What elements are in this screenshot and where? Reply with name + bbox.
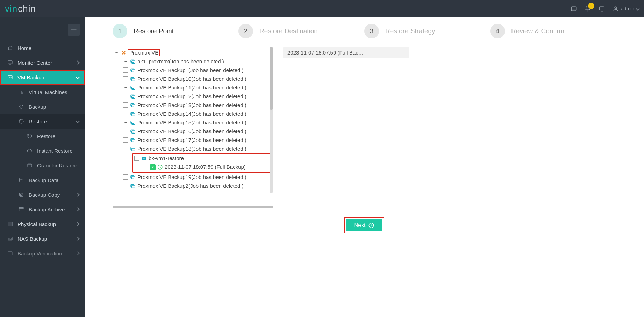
- svg-rect-30: [131, 69, 134, 71]
- next-button[interactable]: Next: [346, 219, 382, 231]
- tree-vm-node[interactable]: − vm bk-vm1-restore: [134, 154, 271, 163]
- expand-toggle[interactable]: +: [123, 120, 128, 125]
- job-icon: [130, 146, 136, 152]
- chevron-right-icon: [76, 193, 79, 196]
- topbar: vinchin 2 admin: [0, 0, 644, 17]
- verify-icon: [7, 250, 13, 257]
- step-review-confirm[interactable]: 4 Review & Confirm: [490, 24, 616, 38]
- expand-toggle[interactable]: +: [123, 67, 128, 73]
- chevron-right-icon: [76, 222, 79, 226]
- expand-toggle[interactable]: +: [123, 76, 128, 81]
- sidebar-sub-restore[interactable]: Restore: [0, 114, 85, 129]
- job-icon: [130, 111, 136, 117]
- restore-point-checkbox[interactable]: [150, 164, 156, 170]
- tree-job-node[interactable]: +Proxmox VE Backup11(Job has been delete…: [114, 83, 273, 92]
- expand-toggle[interactable]: +: [123, 129, 128, 134]
- svg-rect-19: [20, 194, 23, 196]
- svg-rect-49: [132, 148, 135, 151]
- chevron-down-icon: [76, 119, 79, 123]
- tree-job-node[interactable]: +Proxmox VE Backup16(Job has been delete…: [114, 127, 273, 136]
- clock-icon: [157, 164, 163, 170]
- job-icon: [130, 94, 136, 99]
- sidebar-item-vm-backup[interactable]: VM VM Backup: [0, 70, 85, 85]
- tree-job-node[interactable]: +bk1_proxmox(Job has been deleted ): [114, 57, 273, 66]
- svg-rect-34: [131, 86, 134, 88]
- sidebar-sub2-granular-restore[interactable]: Granular Restore: [0, 158, 85, 173]
- expand-toggle[interactable]: +: [123, 85, 128, 90]
- tree-restore-point[interactable]: 2023-11-07 18:07:59 (Full Backup): [134, 163, 271, 171]
- tree-scrollbar[interactable]: [270, 47, 273, 193]
- expand-toggle[interactable]: +: [123, 111, 128, 116]
- vm-small-icon: vm: [141, 156, 147, 161]
- sidebar-toggle[interactable]: [68, 24, 80, 36]
- svg-rect-20: [20, 193, 22, 196]
- collapse-toggle[interactable]: −: [134, 156, 139, 161]
- svg-rect-53: [131, 175, 134, 178]
- job-icon: [130, 174, 136, 180]
- svg-rect-42: [131, 121, 134, 123]
- monitor-top-icon[interactable]: [599, 6, 605, 12]
- tree-job-node[interactable]: +Proxmox VE Backup19(Job has been delete…: [114, 173, 273, 181]
- step-restore-destination[interactable]: 2 Restore Destination: [238, 24, 364, 38]
- svg-rect-29: [132, 61, 135, 63]
- sidebar-sub2-instant-restore[interactable]: Instant Restore: [0, 143, 85, 158]
- svg-rect-28: [131, 60, 134, 62]
- collapse-toggle[interactable]: −: [114, 50, 119, 55]
- chevron-right-icon: [76, 207, 79, 211]
- list-icon[interactable]: [571, 6, 577, 12]
- nas-icon: NAS: [7, 236, 13, 242]
- selected-item[interactable]: 2023-11-07 18:07:59 (Full Bac…: [283, 47, 409, 58]
- sidebar-sub2-restore[interactable]: Restore: [0, 129, 85, 143]
- step-restore-strategy[interactable]: 3 Restore Strategy: [364, 24, 490, 38]
- expand-toggle[interactable]: +: [123, 59, 128, 64]
- sidebar-item-nas-backup[interactable]: NAS NAS Backup: [0, 231, 85, 246]
- tree-job-node[interactable]: +Proxmox VE Backup12(Job has been delete…: [114, 92, 273, 101]
- expand-toggle[interactable]: +: [123, 102, 128, 108]
- sidebar-item-backup-verification[interactable]: Backup Verification: [0, 246, 85, 261]
- svg-rect-37: [132, 96, 135, 98]
- chevron-right-icon: [76, 251, 79, 255]
- user-menu[interactable]: admin: [613, 6, 639, 12]
- tree-job-node[interactable]: +Proxmox VE Backup10(Job has been delete…: [114, 74, 273, 83]
- sidebar-sub-backup[interactable]: Backup: [0, 99, 85, 114]
- svg-text:NAS: NAS: [8, 238, 12, 240]
- sidebar-sub-backup-archive[interactable]: Backup Archive: [0, 202, 85, 217]
- svg-rect-55: [131, 184, 134, 187]
- restore-point-tree: − Proxmox VE +bk1_proxmox(Job has been d…: [113, 47, 273, 208]
- svg-rect-46: [131, 138, 134, 141]
- job-icon: [130, 102, 136, 108]
- sidebar-item-home[interactable]: Home: [0, 41, 85, 55]
- expand-toggle[interactable]: +: [123, 174, 128, 180]
- tree-root[interactable]: − Proxmox VE: [114, 48, 273, 57]
- history-icon: [27, 133, 33, 139]
- sidebar-sub-backup-data[interactable]: Backup Data: [0, 173, 85, 187]
- server-icon: [7, 221, 13, 227]
- bar-icon: [18, 89, 24, 95]
- tree-job-node[interactable]: +Proxmox VE Backup17(Job has been delete…: [114, 136, 273, 144]
- chevron-down-icon: [636, 7, 639, 10]
- chevron-right-icon: [76, 60, 79, 64]
- tree-job-node[interactable]: +Proxmox VE Backup13(Job has been delete…: [114, 101, 273, 109]
- step-restore-point[interactable]: 1 Restore Point: [113, 24, 238, 38]
- tree-job-node[interactable]: +Proxmox VE Backup14(Job has been delete…: [114, 109, 273, 118]
- tree-job-node[interactable]: +Proxmox VE Backup15(Job has been delete…: [114, 118, 273, 127]
- expand-toggle[interactable]: +: [123, 94, 128, 99]
- sidebar-item-monitor-center[interactable]: Monitor Center: [0, 55, 85, 70]
- selected-restore-points: 2023-11-07 18:07:59 (Full Bac…: [283, 47, 409, 208]
- bell-icon[interactable]: 2: [585, 6, 591, 12]
- expand-toggle[interactable]: +: [123, 183, 128, 188]
- sidebar-sub-virtual-machines[interactable]: Virtual Machines: [0, 85, 85, 99]
- tree-job-node[interactable]: +Proxmox VE Backup1(Job has been deleted…: [114, 66, 273, 74]
- svg-rect-45: [132, 131, 135, 133]
- expand-toggle[interactable]: +: [123, 137, 128, 143]
- svg-rect-32: [131, 77, 134, 80]
- sidebar-sub-backup-copy[interactable]: Backup Copy: [0, 187, 85, 202]
- sidebar-item-physical-backup[interactable]: Physical Backup: [0, 217, 85, 231]
- tree-job-node[interactable]: +Proxmox VE Backup2(Job has been deleted…: [114, 181, 273, 190]
- job-icon: [130, 129, 136, 134]
- collapse-toggle[interactable]: −: [123, 146, 128, 151]
- svg-rect-3: [599, 7, 604, 10]
- svg-rect-24: [8, 224, 12, 226]
- tree-job-expanded[interactable]: − Proxmox VE Backup18(Job has been delet…: [114, 144, 273, 153]
- proxmox-icon: [121, 50, 127, 56]
